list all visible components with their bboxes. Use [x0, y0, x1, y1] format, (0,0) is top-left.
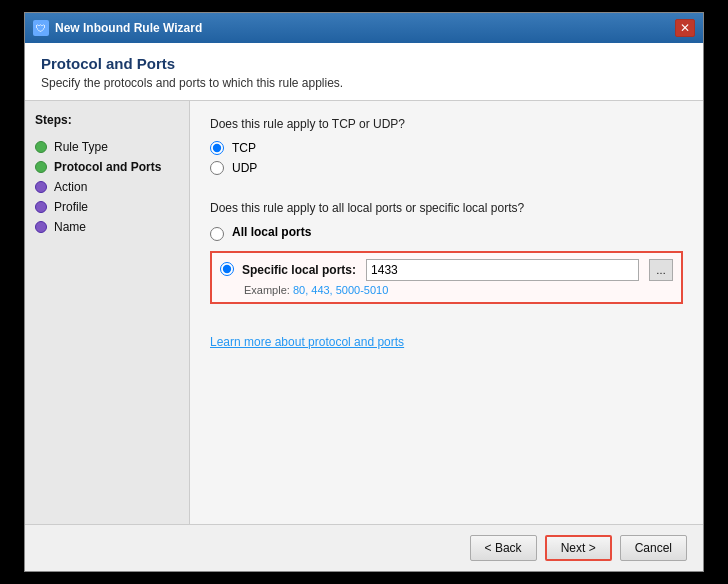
next-button[interactable]: Next >	[545, 535, 612, 561]
specific-ports-content: Specific local ports: … Example: 80, 443…	[242, 259, 673, 296]
window-title: New Inbound Rule Wizard	[55, 21, 202, 35]
step-label-profile: Profile	[54, 200, 88, 214]
step-dot-profile	[35, 201, 47, 213]
ports-browse-button[interactable]: …	[649, 259, 673, 281]
tcp-radio[interactable]	[210, 141, 224, 155]
udp-radio[interactable]	[210, 161, 224, 175]
cancel-button[interactable]: Cancel	[620, 535, 687, 561]
footer: < Back Next > Cancel	[25, 524, 703, 571]
learn-more-link[interactable]: Learn more about protocol and ports	[210, 335, 404, 349]
tcp-option[interactable]: TCP	[210, 141, 683, 155]
header-section: Protocol and Ports Specify the protocols…	[25, 43, 703, 101]
step-dot-action	[35, 181, 47, 193]
close-button[interactable]: ✕	[675, 19, 695, 37]
sidebar: Steps: Rule Type Protocol and Ports Acti…	[25, 101, 190, 524]
back-button[interactable]: < Back	[470, 535, 537, 561]
spacer	[210, 181, 683, 201]
specific-ports-top: Specific local ports: …	[242, 259, 673, 281]
step-label-name: Name	[54, 220, 86, 234]
page-title: Protocol and Ports	[41, 55, 687, 72]
specific-ports-row: Specific local ports: … Example: 80, 443…	[210, 251, 683, 304]
protocol-radio-group: TCP UDP	[210, 141, 683, 175]
steps-label: Steps:	[35, 113, 179, 127]
all-ports-radio[interactable]	[210, 227, 224, 241]
step-label-protocol-ports: Protocol and Ports	[54, 160, 161, 174]
port-options: All local ports Specific local ports: …	[210, 225, 683, 304]
title-bar: 🛡 New Inbound Rule Wizard ✕	[25, 13, 703, 43]
step-dot-protocol-ports	[35, 161, 47, 173]
sidebar-item-protocol-ports[interactable]: Protocol and Ports	[35, 157, 179, 177]
step-dot-rule-type	[35, 141, 47, 153]
body: Steps: Rule Type Protocol and Ports Acti…	[25, 101, 703, 524]
main-panel: Does this rule apply to TCP or UDP? TCP …	[190, 101, 703, 524]
tcp-label[interactable]: TCP	[232, 141, 256, 155]
ports-question: Does this rule apply to all local ports …	[210, 201, 683, 215]
link-section: Learn more about protocol and ports	[210, 334, 683, 349]
udp-option[interactable]: UDP	[210, 161, 683, 175]
sidebar-item-action[interactable]: Action	[35, 177, 179, 197]
sidebar-item-rule-type[interactable]: Rule Type	[35, 137, 179, 157]
step-dot-name	[35, 221, 47, 233]
page-description: Specify the protocols and ports to which…	[41, 76, 687, 90]
all-ports-label[interactable]: All local ports	[232, 225, 311, 239]
step-label-action: Action	[54, 180, 87, 194]
specific-ports-label[interactable]: Specific local ports:	[242, 263, 356, 277]
ports-input[interactable]	[366, 259, 639, 281]
udp-label[interactable]: UDP	[232, 161, 257, 175]
protocol-question: Does this rule apply to TCP or UDP?	[210, 117, 683, 131]
specific-ports-radio[interactable]	[220, 262, 234, 276]
ports-example-values: 80, 443, 5000-5010	[293, 284, 388, 296]
title-bar-left: 🛡 New Inbound Rule Wizard	[33, 20, 202, 36]
all-ports-option[interactable]: All local ports	[210, 225, 683, 241]
ports-example: Example: 80, 443, 5000-5010	[242, 284, 673, 296]
sidebar-item-name[interactable]: Name	[35, 217, 179, 237]
step-label-rule-type: Rule Type	[54, 140, 108, 154]
sidebar-item-profile[interactable]: Profile	[35, 197, 179, 217]
wizard-window: 🛡 New Inbound Rule Wizard ✕ Protocol and…	[24, 12, 704, 572]
window-icon: 🛡	[33, 20, 49, 36]
content: Protocol and Ports Specify the protocols…	[25, 43, 703, 524]
